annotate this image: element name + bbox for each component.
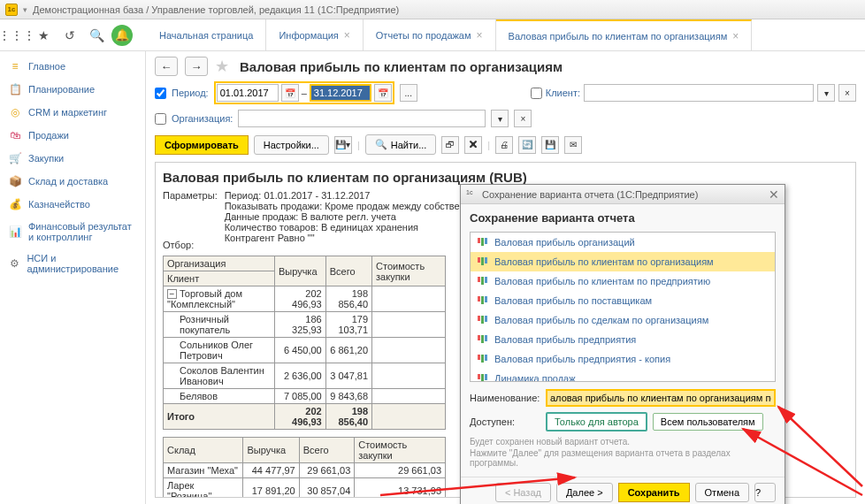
- cell: Торговый дом "Комплексный": [167, 288, 242, 309]
- th-cost: Стоимость закупки: [355, 438, 446, 463]
- report-table-clients: ОрганизацияВыручкаВсегоСтоимость закупки…: [163, 256, 446, 430]
- org-input[interactable]: [238, 110, 486, 127]
- calendar-icon[interactable]: 📅: [281, 84, 299, 102]
- sidebar-item-purchases[interactable]: 🛒Закупки: [0, 147, 145, 170]
- table-row[interactable]: −Торговый дом "Комплексный"202 496,93198…: [164, 286, 446, 312]
- cell: 2 636,00: [274, 363, 325, 389]
- client-checkbox[interactable]: [531, 88, 542, 99]
- sidebar-item-sales[interactable]: 🛍Продажи: [0, 124, 145, 147]
- dropdown-icon[interactable]: ▾: [23, 5, 27, 14]
- find-button-label: Найти...: [391, 140, 427, 150]
- variant-item[interactable]: Валовая прибыль по клиентам по организац…: [471, 252, 775, 271]
- close-icon[interactable]: ×: [732, 30, 739, 42]
- close-icon[interactable]: ×: [477, 29, 483, 42]
- sidebar-item-planning[interactable]: 📋Планирование: [0, 78, 145, 101]
- expand-icon[interactable]: 🗗: [441, 136, 459, 154]
- sidebar-item-label: НСИ и администрирование: [27, 253, 136, 274]
- help-button[interactable]: ?: [754, 483, 776, 502]
- table-row[interactable]: Сольников Олег Петрович6 450,006 861,20: [164, 338, 446, 363]
- cancel-button[interactable]: Отмена: [695, 483, 749, 502]
- variant-list[interactable]: Валовая прибыль организаций Валовая приб…: [470, 232, 776, 382]
- settings-button-label: Настройки...: [264, 140, 319, 150]
- variant-label: Валовая прибыль предприятия - копия: [494, 354, 670, 364]
- date-to-input[interactable]: [310, 84, 371, 102]
- table-row[interactable]: Соколов Валентин Иванович2 636,003 047,8…: [164, 363, 446, 389]
- save-button[interactable]: Сохранить: [618, 483, 690, 502]
- dialog-title-text: Сохранение варианта отчета (1С:Предприят…: [482, 189, 698, 200]
- apps-icon[interactable]: ⋮⋮⋮: [5, 24, 28, 47]
- settings-button[interactable]: Настройки...: [254, 135, 329, 155]
- period-checkbox[interactable]: [155, 88, 166, 99]
- variant-name-input[interactable]: [546, 389, 776, 407]
- table-row[interactable]: Магазин "Меха"44 477,9729 661,0329 661,0…: [164, 463, 446, 478]
- generate-button[interactable]: Сформировать: [155, 135, 249, 155]
- chart-icon: [478, 355, 489, 363]
- date-from-input[interactable]: [217, 84, 279, 102]
- star-icon[interactable]: ★: [32, 24, 55, 47]
- param-sales-data: Данные продаж: В валюте регл. учета: [225, 211, 490, 222]
- variant-item[interactable]: Валовая прибыль предприятия: [471, 330, 775, 349]
- back-button[interactable]: ←: [155, 57, 178, 76]
- history-icon[interactable]: ↺: [58, 24, 81, 47]
- client-input[interactable]: [584, 84, 814, 102]
- params-label: Параметры:: [163, 190, 218, 201]
- main-toolbar: ⋮⋮⋮ ★ ↺ 🔍 🔔 Начальная страница Информаци…: [0, 19, 865, 51]
- dialog-titlebar[interactable]: 1c Сохранение варианта отчета (1С:Предпр…: [461, 185, 785, 204]
- sidebar-item-nsi[interactable]: ⚙НСИ и администрирование: [0, 248, 145, 279]
- back-button[interactable]: < Назад: [495, 483, 551, 502]
- email-icon[interactable]: ✉: [564, 136, 582, 154]
- variant-item[interactable]: Валовая прибыль предприятия - копия: [471, 349, 775, 369]
- org-dropdown-icon[interactable]: ▾: [491, 110, 509, 127]
- search-icon[interactable]: 🔍: [85, 24, 108, 47]
- tab-gross-profit[interactable]: Валовая прибыль по клиентам по организац…: [496, 19, 753, 50]
- table-row[interactable]: Розничный покупатель186 325,93179 103,71: [164, 312, 446, 338]
- cell: Розничный покупатель: [164, 312, 275, 338]
- chart-icon: [478, 374, 489, 382]
- client-dropdown-icon[interactable]: ▾: [817, 84, 835, 102]
- variant-item[interactable]: Валовая прибыль по сделкам по организаци…: [471, 310, 775, 330]
- variant-label: Валовая прибыль по поставщикам: [494, 295, 652, 306]
- org-checkbox[interactable]: [155, 113, 166, 125]
- print-icon[interactable]: 🖨: [495, 136, 513, 154]
- save-icon[interactable]: 💾: [541, 136, 559, 154]
- favorite-star-icon[interactable]: ★: [215, 57, 229, 76]
- sidebar-item-fin[interactable]: 📊Финансовый результат и контроллинг: [0, 216, 145, 248]
- refresh-icon[interactable]: 🔄: [518, 136, 536, 154]
- next-button[interactable]: Далее >: [556, 483, 613, 502]
- sidebar-item-crm[interactable]: ◎CRM и маркетинг: [0, 101, 145, 124]
- hint-text: Будет сохранен новый вариант отчета.: [470, 437, 776, 447]
- table-row[interactable]: Ларек "Розница"17 891,2030 857,0413 731,…: [164, 478, 446, 499]
- menu-icon: ≡: [9, 60, 21, 73]
- sidebar-item-warehouse[interactable]: 📦Склад и доставка: [0, 170, 145, 193]
- tab-home[interactable]: Начальная страница: [147, 19, 266, 50]
- collapse-toggle[interactable]: −: [167, 289, 177, 299]
- close-icon[interactable]: ✕: [769, 187, 779, 202]
- period-ellipsis-button[interactable]: ...: [400, 84, 417, 102]
- forward-button[interactable]: →: [185, 57, 208, 76]
- client-clear-icon[interactable]: ×: [838, 84, 856, 102]
- org-clear-icon[interactable]: ×: [514, 110, 532, 127]
- find-button[interactable]: 🔍Найти...: [365, 134, 437, 155]
- variant-item[interactable]: Валовая прибыль по поставщикам: [471, 291, 775, 310]
- th-rev: Выручка: [243, 438, 299, 463]
- author-only-toggle[interactable]: Только для автора: [546, 412, 647, 431]
- sidebar-item-main[interactable]: ≡Главное: [0, 55, 145, 78]
- variant-label: Валовая прибыль по клиентам по организац…: [494, 256, 714, 267]
- tab-info[interactable]: Информация×: [266, 19, 363, 50]
- variant-item[interactable]: Валовая прибыль по клиентам по предприят…: [471, 271, 775, 291]
- cell: Итого: [164, 404, 275, 430]
- cell: 30 857,04: [299, 478, 355, 499]
- dash: –: [302, 88, 307, 98]
- save-variant-icon[interactable]: 💾▾: [334, 136, 352, 154]
- calendar-icon[interactable]: 📅: [374, 84, 392, 102]
- cell: 44 477,97: [243, 463, 299, 478]
- all-users-toggle[interactable]: Всем пользователям: [653, 413, 763, 431]
- close-icon[interactable]: ×: [344, 29, 350, 42]
- variant-item[interactable]: Валовая прибыль организаций: [471, 233, 775, 252]
- sidebar-item-treasury[interactable]: 💰Казначейство: [0, 193, 145, 216]
- notification-bell-icon[interactable]: 🔔: [111, 25, 133, 46]
- collapse-icon[interactable]: 🗙: [464, 136, 482, 154]
- table-row[interactable]: Белявов7 085,009 843,68: [164, 389, 446, 404]
- variant-item[interactable]: Динамика продаж: [471, 369, 775, 382]
- tab-sales-reports[interactable]: Отчеты по продажам×: [364, 19, 496, 50]
